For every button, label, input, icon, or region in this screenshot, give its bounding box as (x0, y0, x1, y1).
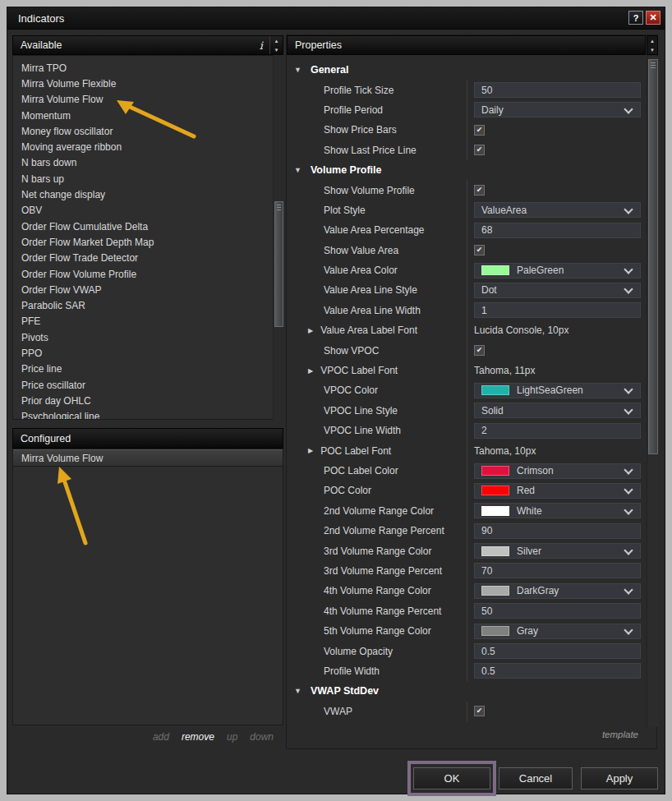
list-item[interactable]: Price oscillator (13, 377, 283, 393)
property-color-dropdown[interactable]: Red (474, 483, 641, 499)
list-item[interactable]: Psychological line (13, 409, 283, 420)
chevron-down-icon (624, 385, 633, 394)
property-color-dropdown[interactable]: Crimson (474, 463, 641, 479)
template-link[interactable]: template (602, 730, 638, 739)
collapse-triangle-icon[interactable]: ▼ (294, 66, 301, 74)
up-link[interactable]: up (227, 731, 237, 743)
checkbox-checked[interactable]: ✔ (474, 706, 485, 716)
list-item[interactable]: Mirra TPO (13, 60, 283, 76)
property-dropdown[interactable]: Solid (474, 403, 641, 418)
section-label: VWAP StdDev (311, 685, 379, 697)
property-label: Profile Period (287, 104, 467, 116)
collapse-triangle-icon[interactable]: ▼ (294, 687, 301, 695)
available-scrollbar[interactable] (273, 55, 284, 420)
list-item[interactable]: Pivots (13, 329, 283, 345)
property-section-header[interactable]: ▼ General (287, 60, 647, 80)
expand-triangle-icon[interactable]: ▶ (308, 447, 313, 454)
property-color-dropdown[interactable]: Silver (474, 543, 641, 559)
list-item[interactable]: Prior day OHLC (13, 393, 283, 408)
list-item[interactable]: N bars up (13, 171, 283, 186)
collapse-triangle-icon[interactable]: ▼ (294, 166, 301, 174)
scroll-up-icon[interactable]: ▲ (270, 36, 283, 45)
list-item[interactable]: Mirra Volume Flexible (13, 76, 283, 91)
ok-button[interactable]: OK (413, 767, 490, 789)
list-item[interactable]: Order Flow Volume Profile (13, 266, 283, 282)
apply-button[interactable]: Apply (581, 767, 658, 789)
property-label: Value Area Line Width (287, 305, 467, 316)
input-value: 50 (481, 605, 492, 617)
info-icon[interactable]: i (253, 39, 269, 52)
color-swatch (481, 586, 509, 596)
property-dropdown[interactable]: Daily (474, 102, 641, 117)
list-item-label: Parabolic SAR (21, 300, 85, 311)
input-value: 50 (481, 85, 492, 96)
property-text-input[interactable]: 68 (474, 223, 641, 238)
list-item[interactable]: Mirra Volume Flow (13, 92, 283, 108)
list-item[interactable]: Order Flow VWAP (13, 282, 283, 297)
list-item[interactable]: Momentum (13, 108, 283, 123)
checkbox-checked[interactable]: ✔ (474, 245, 485, 255)
list-item[interactable]: Order Flow Trade Detector (13, 251, 283, 266)
property-color-dropdown[interactable]: DarkGray (474, 583, 641, 599)
property-row: ▶ Value Area Label Font Lucida Console, … (287, 320, 647, 340)
properties-scrollbar[interactable] (647, 57, 659, 727)
list-item[interactable]: Order Flow Market Depth Map (13, 234, 283, 250)
help-button[interactable]: ? (628, 11, 643, 25)
expand-triangle-icon[interactable]: ▶ (308, 327, 313, 334)
checkbox-checked[interactable]: ✔ (474, 345, 485, 356)
property-text-input[interactable]: 0.5 (474, 643, 641, 659)
title-bar[interactable]: Indicators ? ✕ (7, 7, 665, 30)
list-item[interactable]: PPO (13, 345, 283, 361)
list-item[interactable]: OBV (13, 203, 283, 219)
property-text-input[interactable]: 50 (474, 603, 641, 619)
list-item[interactable]: N bars down (13, 155, 283, 171)
list-item[interactable]: Parabolic SAR (13, 297, 283, 313)
checkbox-checked[interactable]: ✔ (474, 145, 485, 155)
list-item[interactable]: Mirra Volume Flow (13, 449, 283, 467)
property-text-input[interactable]: 50 (474, 82, 641, 98)
expand-triangle-icon[interactable]: ▶ (308, 367, 313, 375)
scroll-down-icon[interactable]: ▼ (270, 45, 283, 54)
property-text-input[interactable]: 1 (474, 302, 641, 318)
list-item[interactable]: Moving average ribbon (13, 139, 283, 154)
remove-link[interactable]: remove (182, 731, 214, 743)
property-text-input[interactable]: 90 (474, 523, 641, 539)
property-color-dropdown[interactable]: PaleGreen (474, 263, 641, 279)
property-text-input[interactable]: 70 (474, 563, 641, 578)
scroll-down-icon[interactable]: ▼ (647, 45, 657, 54)
down-link[interactable]: down (250, 731, 274, 743)
property-row: 3rd Volume Range Percent 70 (287, 561, 647, 581)
configured-list[interactable]: Mirra Volume Flow (12, 449, 283, 725)
property-color-dropdown[interactable]: LightSeaGreen (474, 383, 641, 398)
list-item[interactable]: Order Flow Cumulative Delta (13, 219, 283, 234)
color-swatch (481, 466, 509, 476)
property-label: Profile Tick Size (287, 85, 467, 96)
list-item[interactable]: Money flow oscillator (13, 123, 283, 139)
available-scrollbar-thumb[interactable] (274, 201, 283, 327)
property-label: 2nd Volume Range Color (287, 505, 467, 517)
property-section-header[interactable]: ▼ Volume Profile (287, 160, 647, 180)
add-link[interactable]: add (153, 731, 169, 743)
property-label: Show Last Price Line (287, 145, 467, 156)
checkbox-checked[interactable]: ✔ (474, 185, 485, 196)
property-row: Volume Opacity 0.5 (287, 641, 647, 661)
property-label: VPOC Color (287, 384, 467, 396)
property-section-header[interactable]: ▼ VWAP StdDev (287, 681, 647, 701)
list-item[interactable]: Net change display (13, 186, 283, 202)
property-dropdown[interactable]: Dot (474, 283, 641, 298)
cancel-button[interactable]: Cancel (499, 767, 573, 789)
property-row: Value Area Percentage 68 (287, 220, 647, 240)
list-item[interactable]: Price line (13, 361, 283, 377)
scroll-up-icon[interactable]: ▲ (647, 36, 657, 45)
property-text-input[interactable]: 0.5 (474, 663, 641, 679)
properties-scrollbar-thumb[interactable] (648, 59, 658, 454)
property-dropdown[interactable]: ValueArea (474, 202, 641, 218)
property-text-input[interactable]: 2 (474, 423, 641, 439)
property-color-dropdown[interactable]: Gray (474, 624, 641, 639)
list-item[interactable]: PFE (13, 314, 283, 329)
checkbox-checked[interactable]: ✔ (474, 125, 485, 136)
property-color-dropdown[interactable]: White (474, 503, 641, 518)
close-button[interactable]: ✕ (646, 11, 660, 25)
available-list[interactable]: Mirra TPO Mirra Volume Flexible Mirra Vo… (12, 55, 283, 420)
chevron-down-icon (624, 486, 633, 495)
